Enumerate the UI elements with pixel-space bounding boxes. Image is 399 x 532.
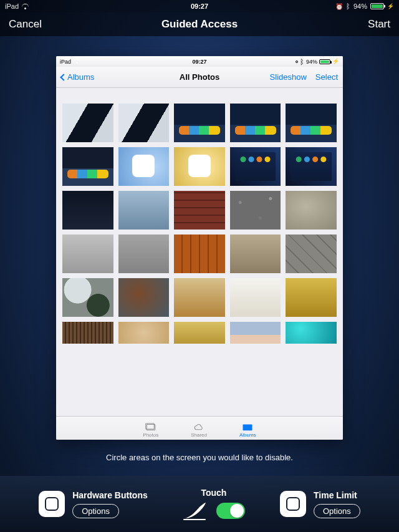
photo-thumb[interactable]	[286, 322, 337, 344]
photo-thumb[interactable]	[286, 278, 337, 317]
photo-thumb[interactable]	[230, 235, 281, 273]
photo-thumb[interactable]	[118, 104, 170, 142]
time-options-button[interactable]: Options	[314, 504, 360, 518]
battery-icon	[319, 59, 330, 64]
tab-photos[interactable]: Photos	[143, 423, 158, 438]
outer-status-bar: iPad 09:27 94% ⚡	[0, 0, 399, 12]
inner-status-bar: iPad 09:27 94% ⚡	[56, 56, 343, 67]
device-label: iPad	[5, 2, 19, 10]
photo-thumb[interactable]	[174, 191, 225, 230]
guided-access-controls: Hardware Buttons Options Touch Time Limi…	[0, 476, 399, 532]
photo-thumb[interactable]	[62, 235, 113, 273]
cancel-button[interactable]: Cancel	[9, 18, 42, 31]
photo-thumb[interactable]	[174, 278, 225, 317]
touch-icon	[183, 501, 208, 520]
back-button[interactable]: Albums	[61, 72, 94, 82]
instruction-text: Circle areas on the screen you would lik…	[0, 453, 399, 462]
hardware-title: Hardware Buttons	[72, 490, 148, 500]
photo-thumb[interactable]	[174, 104, 225, 142]
time-icon-slot	[280, 491, 306, 517]
touch-title: Touch	[201, 488, 226, 498]
touch-toggle[interactable]	[216, 503, 245, 519]
photo-grid[interactable]	[56, 88, 343, 416]
photo-thumb[interactable]	[174, 322, 225, 344]
photo-thumb[interactable]	[174, 235, 225, 273]
photo-thumb[interactable]	[230, 147, 281, 186]
time-limit-control: Time Limit Options	[280, 490, 360, 518]
inner-device-label: iPad	[60, 59, 71, 65]
tab-label: Shared	[191, 432, 207, 438]
charging-icon: ⚡	[387, 4, 394, 9]
hardware-buttons-control: Hardware Buttons Options	[39, 490, 148, 518]
photo-thumb[interactable]	[118, 278, 170, 317]
cloud-icon	[193, 423, 204, 432]
photo-thumb[interactable]	[62, 322, 113, 344]
photo-thumb[interactable]	[62, 191, 113, 230]
inner-battery-pct: 94%	[306, 59, 317, 65]
photo-thumb[interactable]	[230, 278, 281, 317]
photo-thumb[interactable]	[286, 191, 337, 230]
photo-thumb[interactable]	[118, 235, 170, 273]
touch-control: Touch	[183, 488, 245, 520]
guided-access-nav: Cancel Guided Access Start	[0, 12, 399, 36]
photo-thumb[interactable]	[62, 104, 113, 142]
photo-thumb[interactable]	[118, 191, 170, 230]
photo-thumb[interactable]	[118, 322, 170, 344]
photo-thumb[interactable]	[230, 104, 281, 142]
dnd-icon	[296, 60, 298, 63]
photo-thumb[interactable]	[62, 278, 113, 317]
photo-thumb[interactable]	[230, 191, 281, 230]
battery-icon	[370, 3, 384, 9]
photo-thumb[interactable]	[286, 235, 337, 273]
photos-icon	[145, 423, 156, 432]
photo-thumb[interactable]	[118, 147, 170, 186]
tab-label: Albums	[239, 432, 256, 438]
start-button[interactable]: Start	[368, 18, 390, 31]
alarm-icon	[335, 2, 343, 10]
photos-tabbar: Photos Shared Albums	[56, 416, 343, 440]
status-time: 09:27	[191, 2, 208, 10]
svg-rect-2	[243, 425, 252, 431]
app-preview[interactable]: iPad 09:27 94% ⚡ Albums All Photos Slide…	[56, 56, 343, 440]
guided-access-title: Guided Access	[161, 18, 238, 31]
albums-icon	[242, 423, 253, 432]
photo-thumb[interactable]	[230, 322, 281, 344]
chevron-left-icon	[60, 74, 67, 80]
bluetooth-icon	[300, 58, 304, 65]
back-label: Albums	[67, 72, 94, 82]
wifi-icon	[22, 4, 29, 9]
collection-title: All Photos	[180, 72, 219, 82]
bluetooth-icon	[346, 2, 350, 10]
photo-thumb[interactable]	[286, 104, 337, 142]
slideshow-button[interactable]: Slideshow	[270, 72, 307, 82]
tab-albums[interactable]: Albums	[239, 423, 256, 438]
select-button[interactable]: Select	[315, 72, 338, 82]
photo-thumb[interactable]	[174, 147, 225, 186]
tab-shared[interactable]: Shared	[191, 423, 207, 438]
photo-thumb[interactable]	[62, 147, 113, 186]
charging-icon: ⚡	[332, 59, 339, 64]
battery-pct: 94%	[353, 2, 367, 10]
photos-nav: Albums All Photos Slideshow Select	[56, 67, 343, 88]
time-title: Time Limit	[314, 490, 357, 500]
hardware-options-button[interactable]: Options	[72, 504, 119, 518]
inner-time: 09:27	[192, 59, 206, 65]
photo-thumb[interactable]	[286, 147, 337, 186]
wifi-icon	[74, 59, 80, 64]
hardware-icon-slot	[39, 491, 65, 517]
tab-label: Photos	[143, 432, 158, 438]
